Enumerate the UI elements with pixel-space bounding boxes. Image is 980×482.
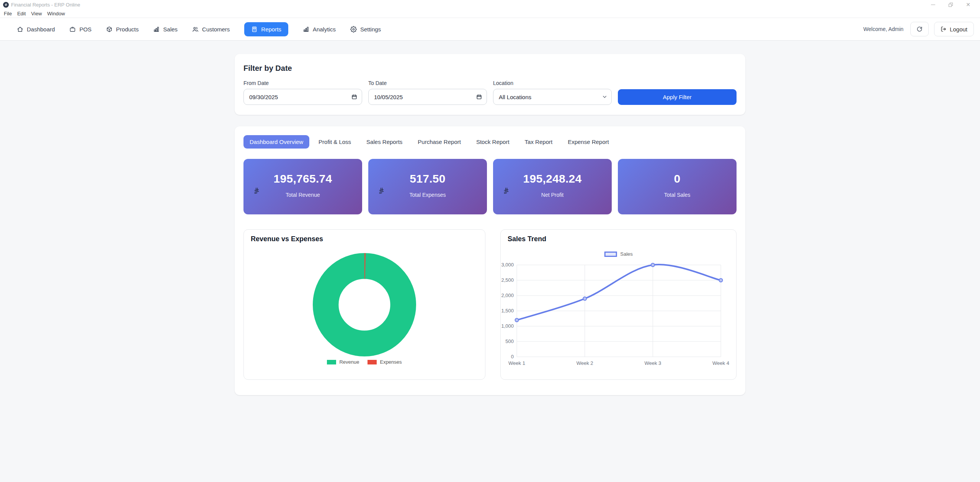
nav-item-reports[interactable]: Reports <box>244 22 288 36</box>
legend-label: Revenue <box>339 359 359 365</box>
nav-item-pos[interactable]: POS <box>69 26 91 33</box>
donut-chart-legend: RevenueExpenses <box>244 359 485 365</box>
menu-file[interactable]: File <box>3 11 13 16</box>
restore-icon[interactable] <box>942 0 959 9</box>
stat-label: Total Sales <box>618 192 737 198</box>
svg-text:500: 500 <box>505 338 514 344</box>
nav-item-settings[interactable]: Settings <box>350 26 381 33</box>
location-select-value: All Locations <box>499 94 531 100</box>
stat-label: Total Revenue <box>243 192 362 198</box>
from-date-label: From Date <box>243 80 362 86</box>
window-title: Financial Reports - ERP Online <box>11 2 80 8</box>
briefcase-icon <box>69 26 76 33</box>
reports-card: Dashboard OverviewProfit & LossSales Rep… <box>235 126 745 395</box>
legend-swatch <box>604 252 617 257</box>
svg-text:1,000: 1,000 <box>501 323 514 329</box>
filter-heading: Filter by Date <box>243 64 737 73</box>
svg-text:2,500: 2,500 <box>501 277 514 283</box>
from-date-input[interactable] <box>243 89 362 105</box>
svg-text:0: 0 <box>511 354 514 359</box>
stat-value: 195,765.74 <box>243 159 362 185</box>
svg-text:Week 3: Week 3 <box>644 360 661 366</box>
window-controls: ✕ <box>924 0 977 9</box>
legend-swatch <box>327 360 336 364</box>
gear-icon <box>350 26 357 33</box>
nav-item-label: Dashboard <box>27 26 55 33</box>
tab-sales-reports[interactable]: Sales Reports <box>360 135 408 149</box>
nav-item-dashboard[interactable]: Dashboard <box>17 26 55 33</box>
logout-icon <box>941 26 947 32</box>
minimize-icon[interactable] <box>924 0 942 9</box>
tab-tax-report[interactable]: Tax Report <box>519 135 559 149</box>
tab-expense-report[interactable]: Expense Report <box>562 135 615 149</box>
location-select[interactable]: All Locations <box>493 89 612 105</box>
line-chart-title: Sales Trend <box>508 235 546 243</box>
stat-value: 195,248.24 <box>493 159 612 185</box>
tab-purchase-report[interactable]: Purchase Report <box>412 135 467 149</box>
tab-stock-report[interactable]: Stock Report <box>470 135 516 149</box>
svg-text:1,500: 1,500 <box>501 308 514 314</box>
from-date-field: From Date <box>243 80 362 105</box>
stat-card-net-profit: 195,248.24Net Profit <box>493 159 612 214</box>
app-icon <box>3 2 9 8</box>
welcome-text: Welcome, Admin <box>863 26 903 32</box>
donut-chart <box>244 230 485 379</box>
tab-dashboard-overview[interactable]: Dashboard Overview <box>243 135 309 149</box>
legend-label: Sales <box>620 251 633 257</box>
stat-value: 0 <box>618 159 737 185</box>
riyal-icon <box>378 187 385 194</box>
stat-card-total-revenue: 195,765.74Total Revenue <box>243 159 362 214</box>
legend-label: Expenses <box>380 359 402 365</box>
menu-window[interactable]: Window <box>46 11 65 16</box>
stat-label: Net Profit <box>493 192 612 198</box>
riyal-icon <box>503 187 510 194</box>
menu-edit[interactable]: Edit <box>16 11 26 16</box>
nav-item-label: Products <box>116 26 139 33</box>
filter-card: Filter by Date From Date To Date <box>235 54 745 115</box>
svg-text:Week 4: Week 4 <box>712 360 729 366</box>
to-date-input[interactable] <box>368 89 487 105</box>
legend-swatch <box>368 360 377 364</box>
refresh-icon <box>916 26 923 32</box>
calendar-icon[interactable] <box>476 94 482 100</box>
nav-item-label: Settings <box>360 26 381 33</box>
to-date-field: To Date <box>368 80 487 105</box>
legend-entry-revenue[interactable]: Revenue <box>327 359 359 365</box>
stat-card-total-expenses: 517.50Total Expenses <box>368 159 487 214</box>
logout-button[interactable]: Logout <box>934 22 974 36</box>
nav-item-sales[interactable]: Sales <box>153 26 178 33</box>
nav-item-analytics[interactable]: Analytics <box>303 26 336 33</box>
nav-item-label: Sales <box>163 26 178 33</box>
stat-card-total-sales: 0Total Sales <box>618 159 737 214</box>
package-icon <box>106 26 113 33</box>
svg-text:2,000: 2,000 <box>501 292 514 298</box>
stat-cards: 195,765.74Total Revenue517.50Total Expen… <box>243 159 737 214</box>
close-icon[interactable]: ✕ <box>959 0 977 9</box>
refresh-button[interactable] <box>910 22 929 36</box>
nav-item-customers[interactable]: Customers <box>192 26 230 33</box>
apply-filter-button[interactable]: Apply Filter <box>618 89 737 105</box>
calendar-icon[interactable] <box>351 94 357 100</box>
svg-text:Week 2: Week 2 <box>577 360 593 366</box>
stat-label: Total Expenses <box>368 192 487 198</box>
donut-chart-title: Revenue vs Expenses <box>251 235 323 243</box>
bar-chart-icon <box>303 26 309 33</box>
legend-entry-expenses[interactable]: Expenses <box>368 359 402 365</box>
title-bar: Financial Reports - ERP Online ✕ <box>0 0 980 9</box>
nav-item-products[interactable]: Products <box>106 26 139 33</box>
logout-label: Logout <box>950 26 967 33</box>
sales-trend-chart-card: Sales Trend Sales 05001,0001,5002,0002,5… <box>500 229 737 380</box>
line-chart-legend: Sales <box>604 251 633 257</box>
menu-bar: FileEditViewWindow <box>0 9 980 18</box>
report-tabs: Dashboard OverviewProfit & LossSales Rep… <box>243 135 737 149</box>
svg-text:3,000: 3,000 <box>501 262 514 268</box>
svg-text:Week 1: Week 1 <box>508 360 525 366</box>
stat-value: 517.50 <box>368 159 487 185</box>
nav-item-label: Reports <box>261 26 281 33</box>
riyal-icon <box>253 187 260 194</box>
menu-view[interactable]: View <box>30 11 42 16</box>
location-label: Location <box>493 80 612 86</box>
nav-item-label: Analytics <box>313 26 336 33</box>
tab-profit-loss[interactable]: Profit & Loss <box>312 135 357 149</box>
bar-chart-icon <box>153 26 160 33</box>
